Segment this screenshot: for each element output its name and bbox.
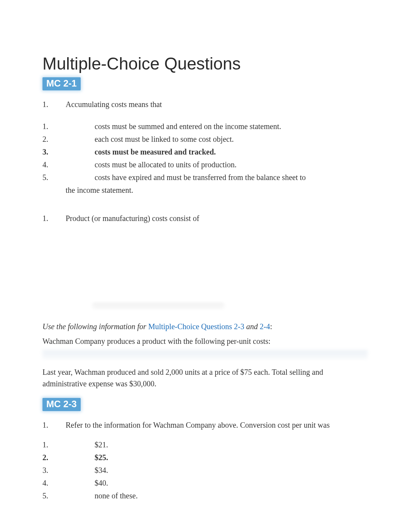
option-row: 2.$25.	[42, 452, 368, 463]
option-text: costs have expired and must be transferr…	[66, 172, 306, 183]
question-number: 1.	[42, 99, 66, 110]
question-number: 1.	[42, 420, 66, 431]
shared-info-body-2: Last year, Wachman produced and sold 2,0…	[42, 366, 368, 389]
option-text: none of these.	[95, 490, 368, 501]
blurred-content	[93, 303, 224, 306]
option-row: 1.costs must be summed and entered on th…	[42, 121, 368, 132]
info-prefix: Use the following information for	[42, 322, 148, 331]
blurred-content	[42, 350, 368, 359]
mc-badge-2-1: MC 2-1	[42, 77, 81, 90]
page-title: Multiple-Choice Questions	[42, 54, 368, 73]
option-row: 5.none of these.	[42, 490, 368, 501]
question-text: Accumulating costs means that	[66, 99, 368, 110]
option-row: 5.costs have expired and must be transfe…	[42, 172, 368, 183]
option-number: 5.	[42, 490, 95, 501]
option-text: costs must be summed and entered on the …	[95, 121, 368, 132]
option-number: 5.	[42, 172, 66, 183]
question-text: Refer to the information for Wachman Com…	[66, 420, 368, 431]
options-list: 1.$21.2.$25.3.$34.4.$40.5.none of these.	[42, 439, 368, 501]
info-suffix: :	[270, 322, 272, 331]
shared-info-body: Wachman Company produces a product with …	[42, 335, 368, 347]
option-number: 4.	[42, 159, 95, 170]
option-number: 3.	[42, 146, 95, 158]
mc-badge-2-3: MC 2-3	[42, 398, 81, 411]
option-row: 3.costs must be measured and tracked.	[42, 146, 368, 158]
option-number: 4.	[42, 478, 95, 489]
option-text: $40.	[95, 478, 368, 489]
option-number: 2.	[42, 134, 95, 145]
option-text-continued: the income statement.	[42, 185, 368, 196]
shared-info-line: Use the following information for Multip…	[42, 321, 368, 332]
question-row: 1. Product (or manufacturing) costs cons…	[42, 213, 368, 224]
option-number: 1.	[42, 439, 95, 450]
option-row: 4.$40.	[42, 478, 368, 489]
options-list: 1.costs must be summed and entered on th…	[42, 121, 368, 196]
question-number: 1.	[42, 213, 66, 224]
document-page: Multiple-Choice Questions MC 2-1 1. Accu…	[0, 0, 410, 532]
question-row: 1. Accumulating costs means that	[42, 99, 368, 110]
info-mid: and	[244, 322, 260, 331]
link-mc-2-3[interactable]: Multiple-Choice Questions 2-3	[148, 322, 244, 331]
question-text: Product (or manufacturing) costs consist…	[66, 213, 368, 224]
option-text: $21.	[95, 439, 368, 450]
option-text: $25.	[95, 452, 368, 463]
option-text: each cost must be linked to some cost ob…	[95, 134, 368, 145]
option-row: 1.$21.	[42, 439, 368, 450]
option-text: costs must be allocated to units of prod…	[95, 159, 368, 170]
option-number: 3.	[42, 465, 95, 476]
option-row: 2.each cost must be linked to some cost …	[42, 134, 368, 145]
option-text: $34.	[95, 465, 368, 476]
option-row: 4.costs must be allocated to units of pr…	[42, 159, 368, 170]
link-mc-2-4[interactable]: 2-4	[260, 322, 270, 331]
option-number: 2.	[42, 452, 95, 463]
option-number: 1.	[42, 121, 95, 132]
question-row: 1. Refer to the information for Wachman …	[42, 420, 368, 431]
option-row: 3.$34.	[42, 465, 368, 476]
option-text: costs must be measured and tracked.	[95, 146, 368, 158]
